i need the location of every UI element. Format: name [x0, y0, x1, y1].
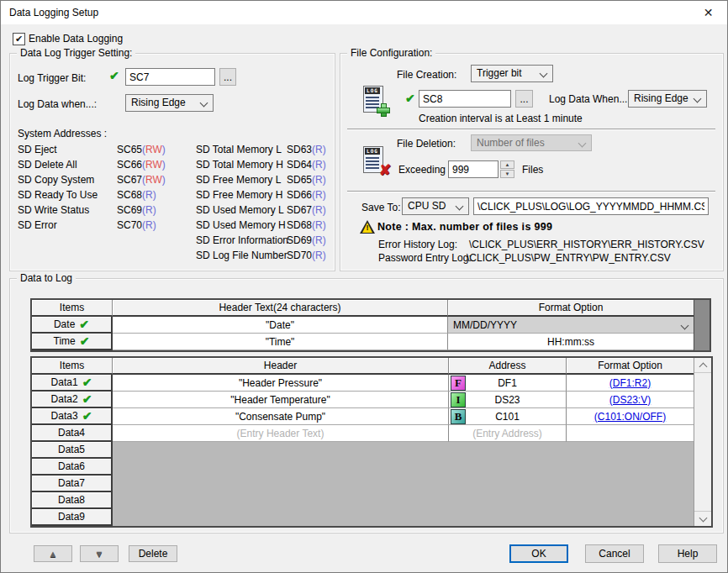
- file-creation-select[interactable]: Trigger bit: [471, 65, 553, 82]
- table-header-row: Items Header Text(24 characters) Format …: [32, 300, 710, 317]
- log-trigger-bit-label: Log Trigger Bit:: [18, 72, 86, 84]
- empty-row-area: [113, 509, 711, 526]
- address-value: SD64(R): [287, 159, 326, 171]
- system-addresses-label: System Addresses :: [18, 128, 107, 139]
- chevron-down-icon: [699, 513, 707, 522]
- address-value: SC66(RW): [117, 159, 166, 171]
- address-cell[interactable]: BC101: [449, 408, 567, 425]
- column-header: Address: [449, 358, 567, 375]
- save-path-input[interactable]: [473, 197, 709, 215]
- address-label: SD Total Memory L: [196, 144, 287, 155]
- check-icon: ✔: [82, 392, 92, 406]
- address-row: SD Write StatusSC69(R): [18, 202, 196, 218]
- cancel-button[interactable]: Cancel: [585, 544, 644, 563]
- move-up-button[interactable]: ▲: [34, 545, 72, 562]
- format-option-link[interactable]: (C101:ON/OFF): [594, 411, 666, 423]
- header-text-cell[interactable]: "Consensate Pump": [113, 408, 449, 425]
- error-history-log-label: Error History Log:: [378, 239, 457, 250]
- item-button-data1[interactable]: Data1✔: [32, 375, 113, 392]
- spinner-down-icon[interactable]: ▼: [500, 170, 514, 178]
- file-creation-trigger-input[interactable]: [419, 90, 511, 108]
- table-row: Date✔ "Date" MM/DD/YYYY: [32, 317, 710, 334]
- address-value: SD67(R): [287, 204, 326, 216]
- vertical-scrollbar[interactable]: [694, 358, 711, 526]
- table-right-gutter: [694, 300, 710, 350]
- error-history-log-path: \CLICK_PLUS\ERR_HISTORY\ERR_HISTORY.CSV: [469, 239, 704, 250]
- header-text-placeholder[interactable]: (Entry Header Text): [113, 425, 449, 442]
- browse-trigger-bit-button[interactable]: ...: [219, 68, 236, 86]
- column-header: Format Option: [448, 300, 694, 317]
- column-header: Items: [32, 358, 113, 375]
- log-file-create-icon: LOG: [363, 86, 387, 114]
- exceeding-label: Exceeding: [398, 164, 446, 176]
- format-option-link[interactable]: (DF1:R2): [609, 377, 651, 389]
- file-deletion-label: File Deletion:: [397, 138, 456, 150]
- address-value: SD63(R): [287, 144, 326, 155]
- header-text-cell[interactable]: "Header Temperature": [113, 392, 449, 408]
- file-creation-value: Trigger bit: [477, 67, 522, 79]
- format-option-cell: (C101:ON/OFF): [567, 408, 694, 425]
- separator: [347, 129, 715, 130]
- item-button-data7[interactable]: Data7: [32, 476, 113, 492]
- address-placeholder[interactable]: (Entry Address): [449, 425, 567, 442]
- format-option-select[interactable]: MM/DD/YYYY: [448, 317, 694, 334]
- address-label: SD Copy System: [18, 174, 117, 186]
- integer-type-icon: I: [451, 392, 466, 407]
- address-value: SD68(R): [287, 219, 326, 231]
- address-label: SD Delete All: [18, 159, 117, 171]
- table-header-row: Items Header Address Format Option: [32, 358, 711, 375]
- log-trigger-bit-input[interactable]: [125, 68, 215, 86]
- item-button-data8[interactable]: Data8: [32, 492, 113, 509]
- save-to-select[interactable]: CPU SD: [402, 197, 469, 215]
- chevron-up-icon: [699, 362, 707, 371]
- log-data-when-label: Log Data when...:: [18, 98, 97, 110]
- format-option-link[interactable]: (DS23:V): [609, 394, 651, 406]
- help-button[interactable]: Help: [658, 544, 717, 563]
- item-button-data9[interactable]: Data9: [32, 509, 113, 526]
- file-deletion-value: Number of files: [477, 137, 545, 149]
- bit-type-icon: B: [451, 409, 466, 424]
- table-row-data3: Data3✔ "Consensate Pump" BC101 (C101:ON/…: [32, 408, 711, 425]
- header-text-cell[interactable]: "Header Pressure": [113, 375, 449, 392]
- address-cell[interactable]: FDF1: [449, 375, 567, 392]
- item-button-data6[interactable]: Data6: [32, 459, 113, 476]
- browse-file-trigger-button[interactable]: ...: [515, 90, 533, 108]
- exceeding-input[interactable]: [448, 160, 499, 178]
- trigger-setting-group-title: Data Log Trigger Setting:: [17, 47, 135, 59]
- delete-button[interactable]: Delete: [129, 545, 177, 562]
- file-configuration-group-title: File Configuration:: [347, 47, 435, 59]
- table-row-data8: Data8: [32, 492, 711, 509]
- ok-button[interactable]: OK: [509, 544, 568, 563]
- item-button-date[interactable]: Date✔: [32, 317, 113, 334]
- item-button-data5[interactable]: Data5: [32, 442, 113, 459]
- header-text-cell[interactable]: "Date": [113, 317, 448, 334]
- item-button-data4[interactable]: Data4: [32, 425, 113, 442]
- dialog-title: Data Logging Setup: [9, 7, 98, 18]
- item-button-data2[interactable]: Data2✔: [32, 392, 113, 408]
- column-header: Header: [113, 358, 449, 375]
- address-cell[interactable]: IDS23: [449, 392, 567, 408]
- move-down-button[interactable]: ▼: [80, 545, 119, 562]
- exceeding-spinner: ▲ ▼: [500, 160, 514, 178]
- file-log-data-when-select[interactable]: Rising Edge: [628, 90, 707, 108]
- address-value: SC65(RW): [117, 144, 166, 155]
- address-value: SC70(R): [117, 219, 156, 231]
- spinner-up-icon[interactable]: ▲: [500, 160, 514, 169]
- close-icon[interactable]: ✕: [689, 1, 727, 24]
- item-button-time[interactable]: Time✔: [32, 334, 113, 350]
- header-text-cell[interactable]: "Time": [113, 334, 448, 350]
- item-button-data3[interactable]: Data3✔: [32, 408, 113, 425]
- file-log-data-when-value: Rising Edge: [634, 92, 688, 104]
- chevron-down-icon: [200, 99, 208, 108]
- enable-data-logging-checkbox[interactable]: ✔: [13, 33, 25, 45]
- table-row-data1: Data1✔ "Header Pressure" FDF1 (DF1:R2): [32, 375, 711, 392]
- chevron-down-icon: [456, 202, 464, 211]
- address-value: SD69(R): [287, 234, 326, 246]
- scroll-down-button[interactable]: [694, 511, 711, 526]
- address-row: SD Free Memory HSD66(R): [196, 187, 330, 202]
- scroll-up-button[interactable]: [694, 358, 711, 373]
- log-data-when-select[interactable]: Rising Edge: [125, 94, 214, 112]
- max-files-note: Note : Max. number of files is 999: [377, 221, 552, 233]
- down-triangle-icon: ▼: [95, 549, 104, 559]
- check-icon: ✔: [79, 318, 89, 331]
